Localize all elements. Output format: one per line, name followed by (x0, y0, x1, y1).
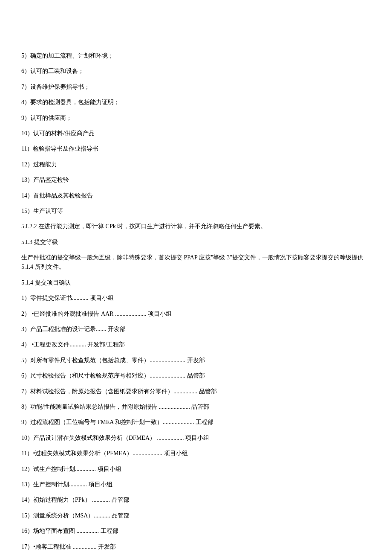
line-item: 17）•顾客工程批准 ................ 开发部 (21, 542, 371, 552)
section-heading: 5.L3 提交等级 (21, 238, 371, 247)
section-text: 5.L2.2 在进行能力测定，即计算 CPk 时，按两口生产进行计算，并不允许忽… (21, 222, 371, 231)
line-item: 15）测量系统分析（MSA）........... 品管部 (21, 511, 371, 520)
line-item: 10）产品设计潜在失效模式和效果分析（DFMEA） ..............… (21, 433, 371, 443)
line-item: 13）产品鉴定检验 (21, 175, 371, 185)
line-item: 9）过程流程图（工位编号与 FMEA 和控制计划一致）.............… (21, 418, 371, 427)
line-item: 5）确定的加工流程、计划和环境； (21, 51, 371, 61)
line-item: 11）检验指导书及作业指导书 (21, 144, 371, 154)
line-item: 6）尺寸检验报告（和尺寸检验规范序号相对应）..................… (21, 371, 371, 381)
line-item: 14）首批样品及其检验报告 (21, 191, 371, 200)
line-item: 6）认可的工装和设备； (21, 67, 371, 76)
line-item: 14）初始过程能力（PPk） ............ 品管部 (21, 495, 371, 505)
line-item: 2） •已经批准的外观批准报告 AAR ....................… (21, 309, 371, 319)
line-item: 16）场地平面布置图 ............... 工程部 (21, 526, 371, 536)
line-item: 7）材料试验报告，附原始报告（含图纸要求所有分零件）..............… (21, 387, 371, 396)
line-item: 8）要求的检测器具，包括能力证明； (21, 98, 371, 107)
line-item: 8）功能/性能测量试验结果总结报告，并附原始报告 ...............… (21, 402, 371, 412)
line-item: 1）零件提交保证书........... 项目小组 (21, 293, 371, 303)
line-item: 10）认可的材料/供应商产品 (21, 129, 371, 138)
line-item: 12）过程能力 (21, 160, 371, 169)
line-item: 11）•过程失效模式和效果分析（PFMEA）..................… (21, 449, 371, 458)
line-item: 5）对所有零件尺寸检查规范（包括总成、零件）..................… (21, 356, 371, 365)
line-item: 13）生产控制计划............ 项目小组 (21, 480, 371, 489)
line-item: 12）试生产控制计划.............. 项目小组 (21, 465, 371, 474)
line-item: 9）认可的供应商； (21, 113, 371, 123)
line-item: 3）产品工程批准的设计记录....... 开发部 (21, 325, 371, 334)
section-heading: 5.1.4 提交项目确认 (21, 278, 371, 288)
line-item: 15）生产认可等 (21, 206, 371, 216)
line-item: 4） •工程更改文件........... 开发部/工程部 (21, 340, 371, 349)
line-item: 7）设备维护保养指导书； (21, 82, 371, 92)
paragraph-text: 生产件批准的提交等级一般为五级，除非特殊要求，首次提交 PPAP 应按"等级 3… (21, 253, 371, 272)
